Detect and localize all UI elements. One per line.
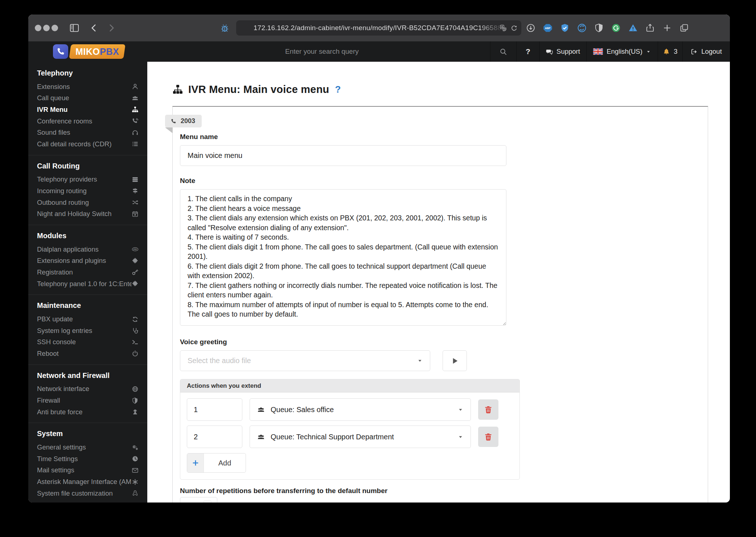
download-icon[interactable]: [526, 23, 535, 33]
add-action-button[interactable]: Add: [187, 453, 246, 473]
sidebar-item-ivr-menu[interactable]: IVR Menu: [28, 104, 147, 115]
sync-icon: [132, 316, 139, 323]
share-icon[interactable]: [645, 23, 655, 33]
stethoscope-icon: [132, 327, 139, 334]
minimize-window-button[interactable]: [43, 25, 50, 31]
sidebar-section: MaintenancePBX updateSystem log entriesS…: [28, 294, 147, 359]
plus-icon[interactable]: [662, 23, 672, 33]
delete-row-button[interactable]: [478, 399, 498, 420]
php-icon: php: [132, 246, 139, 253]
queue-select[interactable]: Queue: Sales office: [250, 398, 471, 421]
search-button[interactable]: [490, 41, 516, 62]
help-button[interactable]: ?: [516, 41, 539, 62]
warning-icon[interactable]: [628, 23, 638, 33]
sidebar-item-call-queue[interactable]: Call queue: [28, 93, 147, 104]
sidebar-item-label: SSH console: [37, 338, 132, 346]
sidebar-item-general-settings[interactable]: General settings: [28, 442, 147, 453]
route-in-icon: [132, 187, 139, 194]
sidebar-item-mail-settings[interactable]: Mail settings: [28, 465, 147, 476]
shield-half-icon[interactable]: [594, 23, 604, 33]
sidebar-item-system-log-entries[interactable]: System log entries: [28, 325, 147, 337]
sidebar-item-extensions-and-plugins[interactable]: Extensions and plugins: [28, 255, 147, 267]
sidebar-item-registration[interactable]: Registration: [28, 267, 147, 278]
voice-greeting-select[interactable]: Select the audio file: [180, 350, 430, 371]
sidebar-item-label: Call queue: [37, 94, 132, 102]
abp-icon[interactable]: ABP: [543, 23, 552, 33]
sidebar-item-label: Sound files: [37, 129, 132, 137]
sign-out-icon: [691, 48, 698, 55]
sidebar-item-dialplan-applications[interactable]: Dialplan applicationsphp: [28, 244, 147, 255]
phone-logo-icon: [53, 44, 68, 59]
sidebar-item-anti-brute-force[interactable]: Anti brute force: [28, 406, 147, 418]
tabs-icon[interactable]: [679, 23, 689, 33]
logo[interactable]: MIKOPBX: [28, 41, 147, 62]
play-audio-button[interactable]: [443, 350, 467, 371]
sidebar-item-outbound-routing[interactable]: Outbound routing: [28, 197, 147, 208]
sidebar-item-label: Registration: [37, 268, 132, 276]
page-help-icon[interactable]: ?: [335, 84, 341, 95]
address-bar[interactable]: 172.16.162.2/admin-cabinet/ivr-menu/modi…: [236, 20, 521, 36]
sidebar-item-label: Call detail records (CDR): [37, 140, 132, 148]
sidebar-item-label: Dialplan applications: [37, 245, 132, 253]
translate-icon[interactable]: [500, 24, 507, 32]
bell-icon: [663, 48, 670, 55]
search-input[interactable]: [284, 47, 490, 56]
sidebar-item-sound-files[interactable]: Sound files: [28, 127, 147, 138]
extension-digit-input[interactable]: [187, 426, 242, 448]
sidebar-section-title: Maintenance: [28, 299, 147, 313]
sidebar-item-telephony-panel-1-0-for-1c-enterprise[interactable]: Telephony panel 1.0 for 1C:Enterprise: [28, 278, 147, 290]
sidebar-item-system-file-customization[interactable]: System file customization: [28, 488, 147, 499]
shield-check-icon[interactable]: [560, 23, 570, 33]
queue-select-value: Queue: Technical Support Department: [271, 433, 452, 441]
notifications-button[interactable]: 3: [658, 41, 682, 62]
shield-icon: [132, 397, 139, 404]
sidebar-item-incoming-routing[interactable]: Incoming routing: [28, 185, 147, 197]
sync-badge-icon[interactable]: [577, 23, 587, 33]
phone-volume-icon: [132, 118, 139, 125]
sidebar-item-firewall[interactable]: Firewall: [28, 395, 147, 406]
sidebar-toggle-icon[interactable]: [69, 23, 80, 33]
menu-name-input[interactable]: [180, 145, 506, 166]
sidebar-item-label: Outbound routing: [37, 199, 132, 207]
users-icon: [257, 433, 265, 441]
extension-digit-input[interactable]: [187, 398, 242, 421]
back-button[interactable]: [89, 23, 99, 33]
zoom-window-button[interactable]: [52, 25, 58, 31]
top-menu: ? Support English(US) 3 Logout: [147, 41, 730, 62]
chevron-down-icon: [646, 49, 651, 54]
delete-row-button[interactable]: [478, 427, 498, 447]
sidebar-item-time-settings[interactable]: Time Settings: [28, 453, 147, 465]
sidebar-item-night-and-holiday-switch[interactable]: Night and Holiday Switch: [28, 208, 147, 220]
sidebar-section: Network and FirewallNetwork interfaceFir…: [28, 365, 147, 418]
trash-icon: [484, 432, 493, 441]
grammarly-icon[interactable]: [611, 23, 621, 33]
close-window-button[interactable]: [35, 25, 41, 31]
sidebar-item-label: Asterisk Manager Interface (AMI): [37, 478, 132, 486]
sidebar-item-telephony-providers[interactable]: Telephony providers: [28, 174, 147, 186]
reload-icon[interactable]: [510, 24, 518, 32]
action-row: Queue: Technical Support Department: [187, 426, 513, 448]
plus-icon: [187, 453, 204, 472]
comments-icon: [546, 48, 553, 55]
main-content: IVR Menu: Main voice menu ? 2003 Menu na…: [147, 62, 730, 503]
sidebar-item-conference-rooms[interactable]: Conference rooms: [28, 115, 147, 127]
logout-button[interactable]: Logout: [682, 41, 730, 62]
language-menu[interactable]: English(US): [586, 41, 658, 62]
sidebar-item-asterisk-manager-interface-ami[interactable]: Asterisk Manager Interface (AMI): [28, 476, 147, 488]
queue-select[interactable]: Queue: Technical Support Department: [250, 426, 471, 448]
users-icon: [257, 406, 265, 414]
sidebar-item-reboot[interactable]: Reboot: [28, 348, 147, 359]
sidebar-item-pbx-update[interactable]: PBX update: [28, 313, 147, 325]
note-textarea[interactable]: 1. The client calls in the company 2. Th…: [180, 189, 506, 326]
support-button[interactable]: Support: [539, 41, 586, 62]
forward-button[interactable]: [107, 23, 116, 33]
menu-name-label: Menu name: [180, 133, 700, 141]
sidebar-item-network-interface[interactable]: Network interface: [28, 383, 147, 395]
sidebar-item-call-detail-records-cdr[interactable]: Call detail records (CDR): [28, 138, 147, 150]
sidebar-item-ssh-console[interactable]: SSH console: [28, 337, 147, 348]
sidebar-item-extensions[interactable]: Extensions: [28, 81, 147, 93]
bug-icon[interactable]: [220, 23, 230, 33]
queue-select-value: Queue: Sales office: [271, 406, 452, 414]
sidebar-item-label: Telephony panel 1.0 for 1C:Enterprise: [37, 280, 132, 288]
spinner-up-button[interactable]: ▴: [204, 501, 211, 503]
